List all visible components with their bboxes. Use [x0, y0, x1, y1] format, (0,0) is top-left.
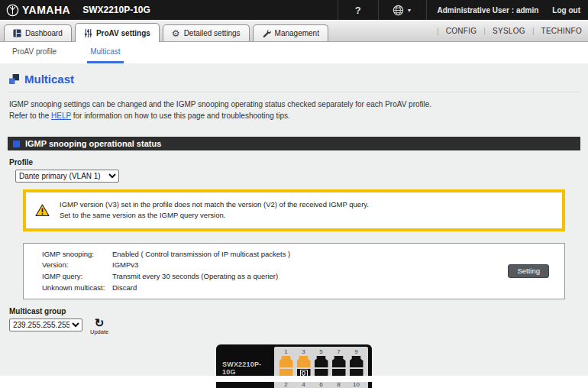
status-row: Version: IGMPv3	[42, 260, 555, 271]
update-label: Update	[90, 328, 108, 335]
sub-nav: ProAV profile Multicast	[0, 42, 588, 63]
tab-label: Management	[275, 29, 319, 37]
tab-detailed-settings[interactable]: ⚙ Detailed settings	[163, 24, 250, 41]
switch-model-label: SWX2210P-10G	[222, 361, 274, 376]
blue-square-icon	[13, 141, 20, 147]
description-line2-prefix: Refer to the	[9, 112, 51, 120]
status-value: IGMPv3	[112, 260, 555, 271]
port-number-bottom: 10	[353, 381, 360, 388]
description-line2-suffix: for information on how to use this page …	[71, 112, 290, 120]
warning-line1: IGMP version (V3) set in the profile doe…	[60, 200, 369, 209]
section-title: IGMP snooping operational status	[25, 139, 161, 148]
page-title: Multicast	[24, 73, 74, 86]
footer-strip	[0, 376, 588, 382]
language-selector[interactable]: ▼	[389, 5, 415, 16]
status-label: Unknown multicast:	[42, 283, 112, 294]
top-bar: YAMAHA SWX2210P-10G ? ▼ Administrative U…	[0, 0, 588, 20]
port-number-top: 5	[319, 348, 322, 356]
tab-dashboard[interactable]: Dashboard	[4, 24, 72, 41]
port-number-bottom: 8	[337, 381, 340, 388]
port-number-bottom: 6	[319, 381, 322, 388]
gear-icon: ⚙	[172, 29, 180, 38]
syslog-link[interactable]: SYSLOG	[493, 27, 525, 35]
yamaha-tuning-fork-icon	[6, 4, 19, 17]
setting-button[interactable]: Setting	[508, 264, 549, 278]
port-number-top: 7	[337, 348, 340, 356]
divider	[338, 0, 338, 20]
port-9	[350, 356, 363, 367]
port-1	[279, 356, 293, 367]
section-squares-icon	[9, 74, 19, 84]
techinfo-link[interactable]: TECHINFO	[541, 27, 582, 35]
port-number-top: 1	[284, 348, 287, 356]
warning-line2: Set to the same version as the IGMP quer…	[60, 211, 225, 219]
port-number-top: 9	[354, 348, 357, 356]
igmp-status-box: IGMP snooping: Enabled ( Control transmi…	[23, 243, 565, 300]
section-header: IGMP snooping operational status	[8, 137, 580, 150]
help-icon[interactable]: ?	[349, 5, 367, 16]
tab-proav-settings[interactable]: ProAV settings	[75, 23, 160, 42]
subnav-multicast[interactable]: Multicast	[87, 42, 123, 63]
subnav-proav-profile[interactable]: ProAV profile	[9, 42, 60, 63]
logout-button[interactable]: Log out	[552, 6, 580, 15]
profile-select[interactable]: Dante primary (VLAN 1)	[15, 170, 119, 183]
profile-label: Profile	[8, 158, 580, 167]
port-number-top: 3	[302, 348, 305, 356]
device-model: SWX2210P-10G	[82, 5, 150, 15]
brand-name: YAMAHA	[22, 4, 70, 16]
status-label: Version:	[42, 260, 112, 271]
globe-icon	[393, 5, 404, 16]
page-description: IGMP snooping settings can be changed an…	[8, 99, 580, 121]
status-value: Discard	[112, 283, 555, 294]
warning-icon	[35, 204, 50, 217]
content-area: Multicast IGMP snooping settings can be …	[0, 63, 588, 382]
description-line1: IGMP snooping settings can be changed an…	[9, 100, 431, 108]
refresh-icon: ↻	[95, 317, 105, 328]
yamaha-logo: YAMAHA	[6, 4, 70, 17]
page-title-row: Multicast	[8, 70, 580, 92]
warning-box: IGMP version (V3) set in the profile doe…	[23, 189, 565, 231]
status-row: IGMP snooping: Enabled ( Control transmi…	[42, 249, 555, 260]
logged-in-user: Administrative User : admin	[438, 6, 539, 15]
chevron-down-icon: ▼	[407, 8, 412, 13]
divider	[378, 0, 379, 20]
status-row: Unknown multicast: Discard	[42, 283, 555, 294]
port-5	[315, 356, 328, 367]
update-button[interactable]: ↻ Update	[90, 317, 108, 335]
port-number-bottom: 2	[284, 381, 287, 388]
multicast-group-select[interactable]: 239.255.255.255	[9, 318, 82, 331]
status-value: Enabled ( Control transmission of IP mul…	[112, 249, 555, 260]
help-link[interactable]: HELP	[51, 112, 71, 120]
tab-label: Dashboard	[25, 29, 63, 37]
main-tab-bar: Dashboard ProAV settings ⚙ Detailed sett…	[0, 20, 588, 42]
divider: |	[437, 27, 439, 35]
divider	[426, 0, 427, 20]
divider: |	[532, 27, 535, 35]
sliders-icon	[84, 29, 92, 37]
dashboard-icon	[13, 29, 21, 37]
status-value: Transmit every 30 seconds (Operating as …	[112, 271, 555, 283]
status-label: IGMP query:	[42, 271, 112, 283]
config-link[interactable]: CONFIG	[446, 27, 477, 35]
status-row: IGMP query: Transmit every 30 seconds (O…	[42, 271, 555, 283]
port-7	[332, 356, 346, 367]
status-label: IGMP snooping:	[42, 249, 112, 260]
divider: |	[483, 27, 486, 35]
tab-management[interactable]: Management	[253, 24, 328, 41]
port-3	[297, 356, 311, 367]
multicast-group-label: Multicast group	[8, 307, 580, 315]
tab-label: Detailed settings	[184, 29, 241, 37]
port-number-bottom: 4	[302, 381, 305, 388]
tab-label: ProAV settings	[96, 29, 150, 37]
wrench-icon	[262, 29, 271, 38]
